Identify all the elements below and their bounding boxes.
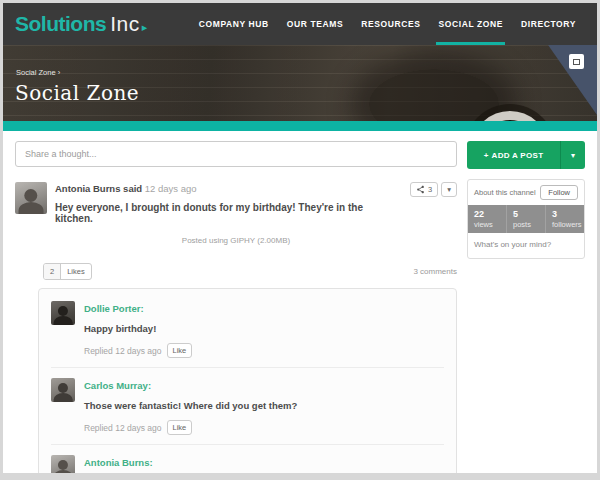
comment-body-text: Happy birthday! xyxy=(84,323,444,334)
share-icon xyxy=(416,185,425,194)
chevron-down-icon: ▾ xyxy=(447,185,451,194)
content-area: Antonia Burns said 12 days ago Hey every… xyxy=(3,131,597,473)
post-said-label: said xyxy=(123,183,142,194)
comment-author-avatar[interactable] xyxy=(51,455,75,473)
stat-posts: 5 posts xyxy=(507,205,546,233)
post-actions: 3 ▾ xyxy=(410,182,457,224)
about-channel-title: About this channel xyxy=(474,188,536,197)
image-icon xyxy=(573,59,580,65)
likes-button[interactable]: 2 Likes xyxy=(43,263,92,280)
comment-author-name[interactable]: Carlos Murray: xyxy=(84,380,444,391)
nav-item-our-teams[interactable]: OUR TEAMS xyxy=(278,3,352,45)
post-timestamp: 12 days ago xyxy=(145,183,197,194)
post-author-avatar[interactable] xyxy=(15,182,47,214)
nav-item-directory[interactable]: DIRECTORY xyxy=(512,3,585,45)
chevron-down-icon: ▾ xyxy=(571,151,575,160)
post-author-name[interactable]: Antonia Burns xyxy=(55,183,120,194)
nav-item-social-zone[interactable]: SOCIAL ZONE xyxy=(429,3,512,45)
comment-timestamp: Replied 12 days ago xyxy=(84,423,162,433)
stat-followers: 3 followers xyxy=(546,205,584,233)
comments-count: 3 comments xyxy=(413,267,457,276)
comment-body-text: Those were fantastic! Where did you get … xyxy=(84,400,444,411)
edit-banner-image-button[interactable] xyxy=(569,54,584,69)
comment-timestamp: Replied 12 days ago xyxy=(84,346,162,356)
post-footer: 2 Likes 3 comments xyxy=(15,263,457,280)
stat-followers-label: followers xyxy=(552,220,584,229)
comment-author-avatar[interactable] xyxy=(51,378,75,402)
post: Antonia Burns said 12 days ago Hey every… xyxy=(15,182,457,473)
stat-posts-value: 5 xyxy=(513,209,545,219)
comment-row: Dollie Porter: Happy birthday! Replied 1… xyxy=(51,291,444,368)
follow-button[interactable]: Follow xyxy=(540,185,578,200)
app-window: Solutions Inc ▸ COMPANY HUB OUR TEAMS RE… xyxy=(3,3,597,473)
comment-row: Carlos Murray: Those were fantastic! Whe… xyxy=(51,368,444,445)
share-button[interactable]: 3 xyxy=(410,182,438,197)
logo[interactable]: Solutions Inc ▸ xyxy=(15,3,147,45)
comment-row: Antonia Burns: Brookers Donuts in the no… xyxy=(51,445,444,473)
nav-item-resources[interactable]: RESOURCES xyxy=(352,3,429,45)
banner-photo-shadow xyxy=(369,69,499,121)
stat-views-label: views xyxy=(474,220,506,229)
stat-views: 22 views xyxy=(468,205,507,233)
page-title: Social Zone xyxy=(15,81,139,105)
logo-text-bold: Solutions xyxy=(15,12,106,36)
comment-like-button[interactable]: Like xyxy=(167,343,193,358)
comments-panel: Dollie Porter: Happy birthday! Replied 1… xyxy=(38,288,457,473)
post-byline: Antonia Burns said 12 days ago xyxy=(55,183,402,194)
comment-author-name[interactable]: Antonia Burns: xyxy=(84,457,444,468)
add-post-dropdown-button[interactable]: ▾ xyxy=(561,141,585,169)
share-count: 3 xyxy=(428,185,432,194)
about-channel-panel: About this channel Follow 22 views 5 pos… xyxy=(467,179,585,259)
comment-author-name[interactable]: Dollie Porter: xyxy=(84,303,444,314)
breadcrumb[interactable]: Social Zone › xyxy=(16,68,60,77)
add-post-label: ADD A POST xyxy=(492,151,544,160)
likes-label: Likes xyxy=(61,264,91,279)
sidebar: + ADD A POST ▾ About this channel Follow… xyxy=(467,141,585,473)
post-body-text: Hey everyone, I brought in donuts for my… xyxy=(55,202,402,224)
attachment-note: Posted using GIPHY (2.00MB) xyxy=(15,236,457,245)
share-thought-input[interactable] xyxy=(15,141,457,167)
banner-corner-decoration xyxy=(525,45,597,121)
accent-divider-bar xyxy=(3,121,597,131)
stat-followers-value: 3 xyxy=(552,209,584,219)
top-nav: Solutions Inc ▸ COMPANY HUB OUR TEAMS RE… xyxy=(3,3,597,45)
hero-banner: Social Zone › Social Zone xyxy=(3,45,597,121)
add-post-button[interactable]: + ADD A POST xyxy=(467,141,561,169)
plus-icon: + xyxy=(484,151,489,160)
nav-item-company-hub[interactable]: COMPANY HUB xyxy=(190,3,278,45)
nav-menu: COMPANY HUB OUR TEAMS RESOURCES SOCIAL Z… xyxy=(190,3,585,45)
comment-like-button[interactable]: Like xyxy=(167,420,193,435)
logo-arrow-icon: ▸ xyxy=(142,21,148,34)
feed-column: Antonia Burns said 12 days ago Hey every… xyxy=(15,141,457,473)
logo-text-light: Inc xyxy=(110,12,140,36)
channel-description: What's on your mind? xyxy=(468,233,584,258)
stat-posts-label: posts xyxy=(513,220,545,229)
channel-stats: 22 views 5 posts 3 followers xyxy=(468,205,584,233)
comment-author-avatar[interactable] xyxy=(51,301,75,325)
stat-views-value: 22 xyxy=(474,209,506,219)
post-options-button[interactable]: ▾ xyxy=(441,182,457,197)
add-post-button-group: + ADD A POST ▾ xyxy=(467,141,585,169)
likes-count: 2 xyxy=(44,264,61,279)
